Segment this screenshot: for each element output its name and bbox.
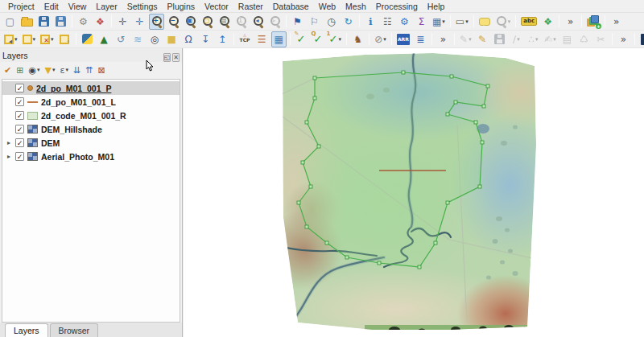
toolbar1-overflow-right-button[interactable]: » <box>609 14 624 30</box>
modify-attributes-dropdown-arrow[interactable]: ▾ <box>553 36 556 43</box>
terrain-shading-plugin-button[interactable]: ▲ <box>97 31 112 47</box>
clip-measure-tool-dropdown-arrow[interactable]: ▾ <box>383 36 386 43</box>
filter-legend-dropdown-arrow[interactable]: ▾ <box>52 67 56 73</box>
layer-checkbox[interactable]: ✓ <box>15 138 24 147</box>
layer-checkbox[interactable]: ✓ <box>15 111 24 120</box>
layer-row-2d_po_M01_001_L[interactable]: ✓2d_po_M01_001_L <box>2 95 180 109</box>
float-panel-button[interactable]: ◱ <box>163 53 171 62</box>
layer-label[interactable]: 2d_code_M01_001_R <box>41 111 126 121</box>
remove-layer-group-button[interactable]: ⊠ <box>96 63 106 77</box>
save-project-button[interactable] <box>36 14 52 30</box>
filter-legend-button[interactable]: ▼▾ <box>43 63 57 77</box>
zoom-to-selection-button[interactable]: ▢ <box>200 14 215 30</box>
refresh-map-button[interactable]: ↻ <box>341 14 356 30</box>
menu-edit[interactable]: Edit <box>39 1 64 12</box>
zoom-in-button[interactable]: + <box>149 14 164 30</box>
open-attribute-table-dropdown-arrow[interactable]: ▾ <box>442 18 445 25</box>
modify-attributes-button[interactable]: ✍▾ <box>543 31 558 47</box>
add-line-feature-button[interactable]: ∕▾ <box>509 31 524 47</box>
layer-labeling-options-button[interactable]: abc <box>519 14 539 30</box>
pan-map-button[interactable]: ✛ <box>115 14 130 30</box>
tcp-plugin-button[interactable]: ∴TCP <box>237 31 253 47</box>
select-features-button[interactable]: ▾ <box>2 31 19 47</box>
menu-vector[interactable]: Vector <box>200 1 233 12</box>
check-topology-button[interactable]: ✓1▾ <box>328 31 343 47</box>
block-plugin-button[interactable]: ■ <box>164 31 180 47</box>
layer-label[interactable]: Aerial_Photo_M01 <box>41 152 114 162</box>
menu-plugins[interactable]: Plugins <box>163 1 200 12</box>
data-source-manager-button[interactable]: + <box>585 14 601 30</box>
layer-checkbox[interactable]: ✓ <box>15 84 24 92</box>
notes-tool-button[interactable]: ▤ <box>559 31 575 47</box>
expand-all-button[interactable]: ⇊ <box>72 63 82 77</box>
new-project-button[interactable]: ▢ <box>2 14 18 30</box>
clip-measure-tool-button[interactable]: ⊘▾ <box>373 31 388 47</box>
current-edits-button[interactable]: ✎▾ <box>458 31 473 47</box>
layer-label[interactable]: DEM_Hillshade <box>41 125 102 134</box>
arr-plugin-button[interactable]: ARR <box>395 31 411 47</box>
measure-line-dropdown-arrow[interactable]: ▾ <box>465 18 469 25</box>
measure-line-button[interactable]: ▭▾ <box>454 14 470 30</box>
deselect-features-button[interactable]: ▾ <box>39 31 56 47</box>
zoom-to-layer-button[interactable]: ▤ <box>217 14 232 30</box>
menu-layer[interactable]: Layer <box>91 1 122 12</box>
statistical-summary-button[interactable]: Σ <box>414 14 429 30</box>
manage-map-themes-dropdown-arrow[interactable]: ▾ <box>37 67 40 73</box>
temporal-controller-button[interactable]: ◷ <box>324 14 339 30</box>
help-contents-button[interactable]: ? <box>638 31 644 47</box>
collapse-all-button[interactable]: ⇈ <box>84 63 94 77</box>
freeze-raster-plugin-button[interactable]: ≋ <box>130 31 146 47</box>
target-plugin-button[interactable]: ◎ <box>147 31 163 47</box>
layer-stack-plugin-button[interactable]: ☰ <box>254 31 270 47</box>
style-manager-button[interactable]: ❖ <box>93 14 108 30</box>
show-bookmarks-button[interactable]: ⚐ <box>307 14 322 30</box>
identify-features-button[interactable]: ℹ <box>363 14 378 30</box>
layer-checkbox[interactable]: ✓ <box>15 125 24 134</box>
georeferencer-button[interactable]: ↺ <box>114 31 129 47</box>
menu-processing[interactable]: Processing <box>371 1 423 12</box>
open-layer-styling-button[interactable]: ✔ <box>2 63 13 77</box>
menu-view[interactable]: View <box>64 1 92 12</box>
menu-project[interactable]: Project <box>3 1 39 12</box>
menu-help[interactable]: Help <box>423 1 450 12</box>
zoom-last-button[interactable]: ◂ <box>250 14 266 30</box>
save-layer-edits-button[interactable] <box>492 31 507 47</box>
open-project-button[interactable] <box>19 14 35 30</box>
select-by-location-button[interactable] <box>57 31 72 47</box>
toolbar2-overflow-left-button[interactable]: » <box>436 31 451 47</box>
filter-by-expression-button[interactable]: ε▾ <box>59 63 70 77</box>
magnet-plugin-button[interactable]: Ω <box>181 31 196 47</box>
layer-checkbox[interactable]: ✓ <box>15 152 24 161</box>
layer-row-2d_code_M01_001_R[interactable]: ✓2d_code_M01_001_R <box>2 109 180 122</box>
manage-map-themes-button[interactable]: ◉▾ <box>27 63 41 77</box>
layer-row-2d_po_M01_001_P[interactable]: ✓2d_po_M01_001_P <box>2 81 180 95</box>
zoom-full-extent-button[interactable]: ▣ <box>183 14 198 30</box>
current-edits-dropdown-arrow[interactable]: ▾ <box>469 36 472 43</box>
select-features-by-value-button[interactable]: ▾ <box>21 31 38 47</box>
toggle-editing-button[interactable]: ✎ <box>475 31 490 47</box>
import-layer-plugin-button[interactable]: ↥ <box>215 31 230 47</box>
toolbar2-overflow-right-button[interactable]: » <box>616 31 631 47</box>
menu-database[interactable]: Database <box>268 1 314 12</box>
layer-label[interactable]: 2d_po_M01_001_P <box>36 84 111 93</box>
select-features-by-value-dropdown-arrow[interactable]: ▾ <box>33 36 36 43</box>
animal-plugin-button[interactable]: ♞ <box>350 31 365 47</box>
delete-selected-button[interactable]: ♺ <box>576 31 592 47</box>
menu-web[interactable]: Web <box>314 1 341 12</box>
menu-mesh[interactable]: Mesh <box>341 1 371 12</box>
zoom-native-resolution-button[interactable]: 1 <box>233 14 249 30</box>
map-canvas[interactable] <box>184 48 644 337</box>
filter-by-expression-dropdown-arrow[interactable]: ▾ <box>66 67 69 73</box>
menu-raster[interactable]: Raster <box>233 1 268 12</box>
layer-row-Aerial_Photo_M01[interactable]: ▸✓Aerial_Photo_M01 <box>2 150 180 163</box>
save-project-as-button[interactable] <box>53 14 68 30</box>
tab-browser[interactable]: Browser <box>50 323 99 337</box>
layer-label[interactable]: 2d_po_M01_001_L <box>41 97 116 107</box>
layout-manager-button[interactable]: ⚙ <box>76 14 91 30</box>
vertex-tool-dropdown-arrow[interactable]: ▾ <box>535 36 539 43</box>
nominatim-geocoder-button[interactable]: ▾ <box>494 14 513 30</box>
add-group-button[interactable]: ⊞ <box>14 63 25 77</box>
processing-toolbox-button[interactable]: ⚙ <box>397 14 412 30</box>
vertex-tool-button[interactable]: ∴▾ <box>526 31 541 47</box>
zoom-next-button[interactable]: ▸ <box>267 14 283 30</box>
